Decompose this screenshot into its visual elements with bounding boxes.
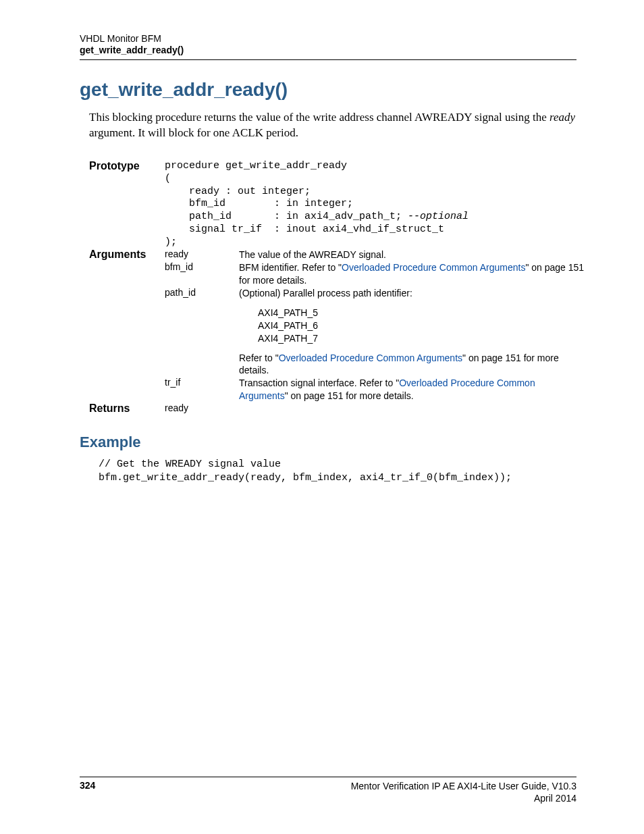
definition-table: Prototype procedure get_write_addr_ready… <box>89 160 586 415</box>
prototype-row: Prototype procedure get_write_addr_ready… <box>89 160 586 249</box>
example-heading: Example <box>80 434 576 451</box>
pathid-list: AXI4_PATH_5 AXI4_PATH_6 AXI4_PATH_7 <box>258 307 586 345</box>
intro-paragraph: This blocking procedure returns the valu… <box>89 110 576 141</box>
proto-l3: ready : out integer; <box>165 186 311 197</box>
footer-date: April 2014 <box>351 792 576 804</box>
pathid-pre: Refer to " <box>239 353 279 363</box>
footer-guide: Mentor Verification IP AE AXI4-Lite User… <box>351 780 576 792</box>
example-code: // Get the WREADY signal value bfm.get_w… <box>99 458 576 486</box>
returns-row: Returns ready <box>89 402 586 415</box>
intro-pre: This blocking procedure returns the valu… <box>89 111 549 124</box>
label-arguments: Arguments <box>89 249 165 261</box>
label-returns: Returns <box>89 402 165 415</box>
example-l2: bfm.get_write_addr_ready(ready, bfm_inde… <box>99 472 512 484</box>
arg-trif-row: tr_if Transaction signal interface. Refe… <box>89 377 586 402</box>
label-prototype: Prototype <box>89 160 165 249</box>
prototype-code: procedure get_write_addr_ready ( ready :… <box>165 160 586 249</box>
footer: 324 Mentor Verification IP AE AXI4-Lite … <box>80 777 576 804</box>
proto-l1: procedure get_write_addr_ready <box>165 160 347 172</box>
header-function: get_write_addr_ready() <box>80 45 576 55</box>
pathid-p2: AXI4_PATH_6 <box>258 319 586 332</box>
header-rule <box>80 59 576 60</box>
proto-l7: ); <box>165 236 177 248</box>
argname-pathid: path_id <box>165 287 239 377</box>
proto-l4: bfm_id : in integer; <box>165 198 353 209</box>
page-number: 324 <box>80 780 95 804</box>
proto-l5a: path_id : in axi4_adv_path_t; <box>165 211 408 222</box>
example-l1: // Get the WREADY signal value <box>99 459 281 470</box>
proto-l6: signal tr_if : inout axi4_vhd_if_struct_… <box>165 224 444 235</box>
pathid-p3: AXI4_PATH_7 <box>258 332 586 345</box>
arg-pathid-row: path_id (Optional) Parallel process path… <box>89 287 586 377</box>
header-chapter: VHDL Monitor BFM <box>80 32 576 45</box>
arg-ready-row: Arguments ready The value of the AWREADY… <box>89 249 586 261</box>
argdesc-ready: The value of the AWREADY signal. <box>239 249 586 261</box>
argname-ready: ready <box>165 249 239 261</box>
argname-bfmid: bfm_id <box>165 261 239 287</box>
proto-l5b: --optional <box>408 211 468 222</box>
page-title: get_write_addr_ready() <box>80 79 576 101</box>
argdesc-trif: Transaction signal interface. Refer to "… <box>239 377 586 402</box>
arg-bfmid-row: bfm_id BFM identifier. Refer to "Overloa… <box>89 261 586 287</box>
argdesc-pathid: (Optional) Parallel process path identif… <box>239 287 586 377</box>
intro-post: argument. It will block for one ACLK per… <box>89 126 298 139</box>
link-overloaded-1[interactable]: Overloaded Procedure Common Arguments <box>342 262 525 273</box>
pathid-refer: Refer to "Overloaded Procedure Common Ar… <box>239 352 586 377</box>
trif-post: " on page 151 for more details. <box>285 390 414 401</box>
footer-rule <box>80 777 576 777</box>
footer-right: Mentor Verification IP AE AXI4-Lite User… <box>351 780 576 804</box>
argdesc-bfmid: BFM identifier. Refer to "Overloaded Pro… <box>239 261 586 287</box>
returns-value: ready <box>165 402 239 415</box>
proto-l2: ( <box>165 173 171 184</box>
argname-trif: tr_if <box>165 377 239 402</box>
intro-em: ready <box>549 111 575 124</box>
link-overloaded-2[interactable]: Overloaded Procedure Common Arguments <box>279 353 462 363</box>
trif-pre: Transaction signal interface. Refer to " <box>239 377 399 388</box>
pathid-p1: AXI4_PATH_5 <box>258 307 586 319</box>
pathid-intro: (Optional) Parallel process path identif… <box>239 287 586 300</box>
bfmid-pre: BFM identifier. Refer to " <box>239 262 342 273</box>
